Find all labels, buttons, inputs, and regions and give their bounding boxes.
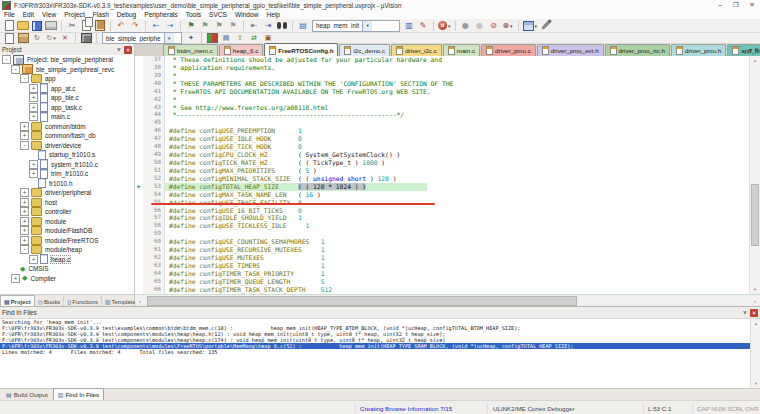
tree-item-project-ble-simple-peripheral[interactable]: -Project: ble_simple_peripheral [0, 55, 134, 65]
menu-window[interactable]: Window [231, 11, 262, 18]
batch-build-button[interactable]: ↻▾ [45, 32, 57, 44]
tree-item-common-flash-db[interactable]: +common/flash_db [0, 131, 134, 141]
horizontal-scroll-thumb[interactable] [147, 296, 577, 306]
new-file-button[interactable] [3, 20, 15, 32]
tree-item-driver-device[interactable]: -driver/device [0, 141, 134, 151]
disable-all-breakpoints-button[interactable]: ⊘ [488, 20, 500, 32]
editor-vertical-scrollbar[interactable]: ▲ ▼ [749, 56, 760, 294]
copy-button[interactable] [80, 20, 92, 32]
expand-icon[interactable]: + [29, 103, 38, 112]
pin-icon[interactable]: ➤ [116, 47, 123, 52]
expand-icon[interactable]: + [20, 207, 29, 216]
tree-item-module-flashdb[interactable]: +module/FlashDB [0, 226, 134, 236]
code-editor[interactable]: 37 * These definitions should be adjuste… [135, 56, 750, 294]
find-panel-scrollbar[interactable]: ▲ ▼ [750, 319, 760, 388]
expand-icon[interactable]: + [20, 198, 29, 207]
toggle-bookmark-button[interactable]: ⚑ [185, 20, 197, 32]
tree-item-common-btdm[interactable]: +common/btdm [0, 122, 134, 132]
editor-tab-btdm-mem-c[interactable]: btdm_mem.c [163, 44, 218, 56]
vertical-scroll-thumb[interactable] [751, 184, 759, 246]
undo-button[interactable]: ↶ [115, 20, 127, 32]
pin-icon[interactable]: ➤ [742, 310, 749, 315]
tree-item-compiler[interactable]: +◆Compiler [0, 274, 134, 284]
manage-items-button[interactable]: ▤ [220, 32, 232, 44]
batch-build-button-dropdown-icon[interactable]: ▾ [53, 35, 56, 41]
find-result-line[interactable]: Lines matched: 4 Files matched: 4 Total … [0, 349, 750, 355]
tree-item-startup-fr1010-s[interactable]: startup_fr1010.s [0, 150, 134, 160]
target-options-button[interactable]: ✦ [185, 32, 197, 44]
output-tab-build-output[interactable]: ▤Build Output [2, 389, 52, 400]
configure-button[interactable] [539, 20, 551, 32]
expand-icon[interactable]: + [29, 169, 38, 178]
editor-tab-i2c-demo-c[interactable]: i2c_demo.c [339, 44, 390, 56]
editor-tab-driver-i2c-c[interactable]: driver_i2c.c [391, 44, 442, 56]
unindent-button[interactable]: ⇤ [248, 20, 260, 32]
find-in-files-button[interactable] [276, 20, 288, 32]
collapse-icon[interactable]: - [20, 141, 29, 150]
indent-button[interactable]: ⇥ [262, 20, 274, 32]
expand-icon[interactable]: + [11, 274, 20, 283]
scroll-left-icon[interactable]: ‹ [135, 298, 145, 304]
window-select-button[interactable]: ▾ [523, 20, 538, 32]
rebuild-button[interactable]: ↻ [31, 32, 43, 44]
target-combobox-arrow-icon[interactable]: ▾ [164, 33, 174, 43]
pack-installer-button[interactable]: ⇧ [234, 32, 246, 44]
paste-button[interactable] [94, 20, 106, 32]
enable-breakpoint-button[interactable]: ● [474, 20, 486, 32]
tab-list-icon[interactable]: ▾ [749, 46, 752, 53]
target-combobox[interactable]: ble_simple_periphe▾ [102, 32, 182, 44]
scroll-right-icon[interactable]: › [750, 298, 760, 304]
scroll-up-icon[interactable]: ▲ [750, 56, 760, 65]
tree-item-driver-peripheral[interactable]: +driver/peripheral [0, 188, 134, 198]
expand-icon[interactable]: + [20, 217, 29, 226]
expand-icon[interactable]: + [20, 188, 29, 197]
collapse-icon[interactable]: - [20, 245, 29, 254]
menu-view[interactable]: View [38, 11, 60, 18]
scroll-up-icon[interactable]: ▲ [751, 319, 760, 328]
collapse-icon[interactable]: - [2, 55, 11, 64]
stop-build-button[interactable]: ✕ [59, 32, 71, 44]
tree-item-system-fr1010-c[interactable]: +system_fr1010.c [0, 160, 134, 170]
tree-item-ble-simple-periphreal-revc[interactable]: -ble_simple_periphreal_revc [0, 65, 134, 75]
insert-breakpoint-button[interactable]: ● [460, 20, 472, 32]
search-combobox[interactable]: heap_mem_init▾ [312, 20, 400, 32]
tree-item-main-c[interactable]: +main.c [0, 112, 134, 122]
menu-tools[interactable]: Tools [182, 11, 205, 18]
expand-icon[interactable]: + [20, 122, 29, 131]
tree-item-fr1010-h[interactable]: fr1010.h [0, 179, 134, 189]
editor-tab-driver-pmu-h[interactable]: driver_pmu.h [671, 44, 726, 56]
open-file-button[interactable] [17, 20, 29, 32]
close-panel-icon[interactable]: ✕ [124, 46, 132, 54]
expand-icon[interactable]: + [20, 226, 29, 235]
menu-file[interactable]: File [0, 11, 19, 18]
debug-session-button-dropdown-icon[interactable]: ▾ [448, 23, 451, 29]
expand-icon[interactable]: + [29, 160, 38, 169]
tree-item-module-freertos[interactable]: +module/FreeRTOS [0, 236, 134, 246]
save-button[interactable] [31, 20, 43, 32]
tree-item-controller[interactable]: +controller [0, 207, 134, 217]
kill-all-breakpoints-button-dropdown-icon[interactable]: ▾ [510, 23, 513, 29]
expand-icon[interactable]: + [29, 84, 38, 93]
tree-item-module-heap[interactable]: -module/heap [0, 245, 134, 255]
print-button[interactable] [45, 20, 57, 32]
nav-forward-button[interactable]: → [164, 20, 176, 32]
editor-tab-driver-pmu-c[interactable]: driver_pmu.c [481, 44, 536, 56]
incremental-find-button[interactable]: ✎ [417, 20, 429, 32]
tree-item-trim-fr1010-c[interactable]: +trim_fr1010.c [0, 169, 134, 179]
window-select-button-dropdown-icon[interactable]: ▾ [535, 23, 538, 29]
search-combobox-arrow-icon[interactable]: ▾ [362, 21, 372, 31]
clear-bookmarks-button[interactable]: ⚑ [227, 20, 239, 32]
close-panel-icon[interactable]: ✕ [750, 309, 758, 317]
scroll-down-icon[interactable]: ▼ [750, 285, 760, 294]
maximize-button[interactable]: ❐ [728, 0, 744, 10]
tab-close-icon[interactable]: ✕ [754, 46, 759, 53]
minimize-button[interactable]: – [712, 0, 728, 10]
tree-item-module[interactable]: +module [0, 217, 134, 227]
open-book-button[interactable]: ▤ [297, 20, 309, 32]
nav-back-button[interactable]: ← [150, 20, 162, 32]
translate-button[interactable] [3, 32, 15, 44]
kill-all-breakpoints-button[interactable]: ⊗▾ [502, 20, 514, 32]
menu-peripherals[interactable]: Peripherals [140, 11, 181, 18]
output-tab-find-in-files[interactable]: ▥Find In Files [53, 388, 104, 400]
editor-tab-driver-pmu-rtc-h[interactable]: driver_pmu_rtc.h [605, 44, 670, 56]
